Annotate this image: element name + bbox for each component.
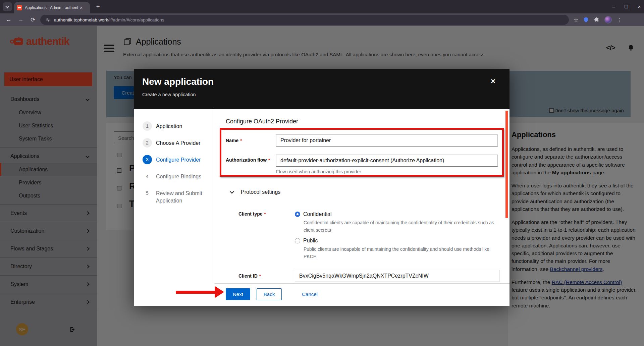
protocol-settings-group: Client type* Confidential Confidential c… [238,211,499,282]
step-number: 4 [143,172,152,181]
authentik-favicon-icon [17,5,22,10]
window-minimize-button[interactable]: – [612,4,615,9]
next-button[interactable]: Next [226,288,250,300]
modal-footer: Next Back Cancel [134,283,509,306]
step-label: Configure Provider [156,155,206,164]
browser-toolbar: ← → ⟳ authentik.tophomelab.work/if/admin… [0,13,644,26]
label-text: Client type [238,211,263,217]
step-label: Configure Bindings [156,172,206,180]
radio-confidential-description: Confidential clients are capable of main… [304,219,499,234]
back-button[interactable]: ← [3,16,15,23]
browser-tab[interactable]: Applications - Admin - authenti × [14,2,90,13]
tab-close-icon[interactable]: × [80,5,83,10]
url-domain: authentik.tophomelab.work [54,17,108,22]
form-row-client-type: Client type* Confidential Confidential c… [238,211,499,265]
window-controls: – ☐ × [612,0,641,13]
annotation-highlight-box [220,128,504,177]
radio-label: Confidential [303,211,332,217]
required-marker: * [259,274,261,279]
radio-confidential[interactable]: Confidential [295,211,499,217]
shield-extension-icon[interactable] [583,17,589,23]
modal-subtitle: Create a new application [142,92,196,97]
url-bar[interactable]: authentik.tophomelab.work/if/admin/#/cor… [40,15,569,25]
step-label: Review and Submit Application [156,188,206,204]
extensions-puzzle-icon[interactable] [594,17,600,23]
content-heading: Configure OAuth2 Provider [226,118,499,125]
browser-profile-avatar[interactable] [604,16,612,23]
new-application-modal: New application Create a new application… [134,69,509,306]
wizard-steps: 1 Application 2 Choose A Provider 3 Conf… [134,109,214,283]
tab-strip: Applications - Admin - authenti × + – ☐ … [0,0,644,13]
step-number: 1 [143,121,152,131]
annotation-arrow-head [215,286,224,298]
screen: Applications - Admin - authenti × + – ☐ … [0,0,644,346]
window-close-button[interactable]: × [638,4,641,9]
form-row-client-id: Client ID* [238,270,499,282]
modal-title: New application [142,76,214,87]
browser-chrome: Applications - Admin - authenti × + – ☐ … [0,0,644,26]
tab-search-button[interactable] [3,2,12,11]
required-marker: * [264,212,266,217]
radio-public-description: Public clients are incapable of maintain… [304,246,499,260]
radio-public[interactable]: Public [295,238,499,244]
modal-scrollbar-thumb[interactable] [505,111,508,218]
new-tab-button[interactable]: + [94,3,102,11]
modal-close-icon[interactable]: × [491,76,495,86]
wizard-step-configure-provider[interactable]: 3 Configure Provider [134,152,214,167]
client-id-input[interactable] [295,270,499,282]
step-number: 5 [143,188,152,198]
step-number: 3 [143,155,152,164]
cancel-button[interactable]: Cancel [302,291,318,297]
bookmark-star-icon[interactable]: ☆ [574,17,578,23]
chevron-down-icon [5,4,9,8]
annotation-arrow-shaft [176,291,215,294]
radio-selected-icon[interactable] [295,212,300,217]
wizard-step-choose-provider[interactable]: 2 Choose A Provider [134,135,214,150]
client-id-label: Client ID* [238,270,295,282]
tab-title: Applications - Admin - authenti [25,5,78,10]
step-label: Application [156,121,206,130]
url-text: authentik.tophomelab.work/if/admin/#/cor… [54,17,164,22]
forward-button[interactable]: → [15,16,27,23]
browser-menu-icon[interactable]: ⋮ [616,17,622,23]
chevron-down-icon [230,189,234,194]
step-number: 2 [143,138,152,148]
site-settings-icon[interactable] [45,17,51,23]
window-maximize-button[interactable]: ☐ [624,4,629,9]
wizard-step-application[interactable]: 1 Application [134,119,214,133]
client-type-label: Client type* [238,211,295,265]
protocol-settings-label: Protocol settings [241,189,280,195]
step-label: Choose A Provider [156,138,206,147]
back-button[interactable]: Back [257,288,282,300]
radio-unselected-icon[interactable] [295,238,300,243]
wizard-step-configure-bindings[interactable]: 4 Configure Bindings [134,169,214,184]
url-path: /if/admin/#/core/applications [108,17,164,22]
protocol-settings-toggle[interactable]: Protocol settings [226,189,499,195]
wizard-step-review-submit[interactable]: 5 Review and Submit Application [134,186,214,207]
modal-header: New application Create a new application… [134,69,509,109]
radio-label: Public [303,238,318,244]
reload-button[interactable]: ⟳ [27,16,39,23]
label-text: Client ID [238,273,258,279]
divider [214,283,509,284]
